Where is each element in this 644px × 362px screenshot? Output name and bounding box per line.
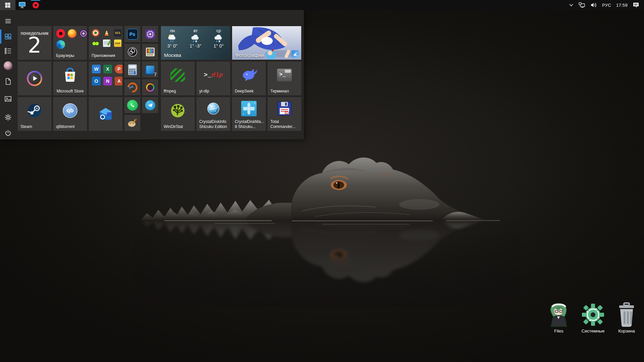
sidebar-pictures-button[interactable] [1,93,15,105]
tile-group-office[interactable]: W X P O N A [89,62,122,95]
crystaldiskinfo-icon [206,102,220,116]
access-icon: A [115,77,122,85]
weather-day: вт 1° -3° [190,28,201,49]
tray-chevron-icon[interactable] [569,3,574,7]
tile-ytdlp[interactable]: >_dlp yt-dlp [197,62,230,95]
desktop-icon-recycle-bin[interactable]: Корзина [610,302,643,334]
tile-group-apps[interactable]: 321 PDF Приложения [89,26,122,60]
tile-weather[interactable]: пн 3° 0° вт [161,26,230,60]
taskbar-opera-button[interactable] [29,0,42,10]
tile-microsoft-store[interactable]: Microsoft Store [53,62,87,95]
weather-day-name: вт [194,28,198,33]
system-tray: РУС 17:59 [569,0,644,10]
sidebar-pinned-tiles-button[interactable] [1,31,15,42]
tile-label: DeepSeek [235,89,264,94]
sticky-notes-icon [146,66,154,74]
tile-mail[interactable] [89,97,122,131]
taskbar-display-app-button[interactable] [15,0,29,10]
sidebar-settings-button[interactable] [1,112,15,123]
weather-day-name: пн [170,28,175,33]
start-menu-sidebar [0,10,16,139]
tile-calendar[interactable]: понедельник 2 [18,26,51,60]
edge-icon [56,40,65,49]
tile-crystaldiskmark[interactable]: CrystalDiskMa... 8 Shizuku... [232,97,266,131]
settings-gear-icon [5,114,11,121]
clock[interactable]: 17:59 [616,3,628,8]
calculator-icon [128,64,137,75]
tile-paint[interactable] [124,115,140,131]
tile-qbittorrent[interactable]: qb qBittorrent [53,97,87,131]
weather-day-name: ср [216,28,221,33]
all-apps-list-icon [5,48,11,54]
sidebar-all-apps-button[interactable] [1,45,15,57]
hamburger-icon [5,19,11,23]
tile-crystaldiskinfo[interactable]: CrystalDiskInfo Shizuku Edition [197,97,230,131]
tile-label: WinDirStat [164,124,193,129]
tile-deepseek[interactable]: DeepSeek [232,62,266,95]
tile-steam[interactable]: Steam [18,97,51,131]
tile-label: yt-dlp [199,89,228,94]
photos-app-icon [291,50,299,58]
windirstat-icon [170,103,185,118]
rain-snow-icon [190,34,201,43]
obs-icon [127,47,138,57]
tile-label: Microsoft Store [56,89,84,94]
desktop-icon-system[interactable]: Системные [577,302,609,334]
tiles-view-icon [5,33,11,40]
qbittorrent-icon: qb [63,103,77,118]
tile-ffmpeg[interactable]: ffmpeg [161,62,195,95]
tile-label: Приложения [92,53,121,58]
taskbar: РУС 17:59 [0,0,644,10]
total-commander-floppy-icon: 64 [277,101,292,116]
language-indicator[interactable]: РУС [602,3,611,8]
powerpoint-icon: P [115,65,122,73]
sidebar-power-button[interactable] [1,127,15,139]
notepad-icon [103,40,110,47]
tile-obs[interactable] [124,44,140,60]
tile-terminal[interactable]: >_ Терминал [268,62,301,95]
tile-windirstat[interactable]: WinDirStat [161,97,195,131]
tile-launcher[interactable] [142,79,158,95]
tile-calculator[interactable] [124,62,140,77]
expand-menu-button[interactable] [1,15,15,27]
volume-icon[interactable] [590,2,597,8]
system-gear-icon [577,302,609,327]
start-button[interactable] [0,0,15,10]
tile-tv-app[interactable] [142,44,158,60]
tile-whatsapp[interactable] [124,97,140,113]
tile-total-commander[interactable]: 64 Total Commander... [268,97,301,131]
action-center-icon[interactable] [633,2,639,8]
power-icon [5,130,11,136]
steam-icon [27,103,42,118]
start-menu: понедельник 2 Браузеры [0,10,304,139]
firefox-icon [68,29,76,38]
tile-label: Терминал [270,89,300,94]
weather-day: пн 3° 0° [167,28,178,49]
tile-snipping-tool[interactable]: ✂ [124,79,140,95]
paint-palette-icon [127,118,138,128]
sidebar-documents-button[interactable] [1,76,15,87]
tile-photos[interactable]: Фотографии [232,26,301,60]
tile-label: ffmpeg [164,89,193,94]
binoculars-icon [92,40,99,47]
sun-rain-icon [167,34,178,43]
tile-label: CrystalDiskMa... 8 Shizuku... [235,119,264,129]
tile-group-browsers[interactable]: Браузеры [53,26,87,60]
network-icon[interactable] [579,2,585,8]
calendar-day-number: 2 [18,34,51,57]
tile-telegram[interactable] [142,97,158,113]
weather-city: Москва [164,52,181,58]
ffmpeg-icon [170,68,186,82]
tile-photoshop[interactable]: Ps [124,26,140,42]
weather-day-temps: 1° -3° [190,43,201,49]
opera-icon [56,29,65,38]
tile-media-player[interactable] [18,62,51,95]
desktop-icon-files[interactable]: Files [543,302,575,334]
tile-sticky-notes[interactable]: 7 [142,62,158,77]
onenote-icon: N [103,77,112,85]
tile-cpu-tool[interactable] [142,26,158,42]
windows-logo-icon [4,2,11,8]
desktop-icon-label: Files [543,328,575,334]
sidebar-user-button[interactable] [1,60,15,71]
tile-label: Фотографии [235,52,264,58]
